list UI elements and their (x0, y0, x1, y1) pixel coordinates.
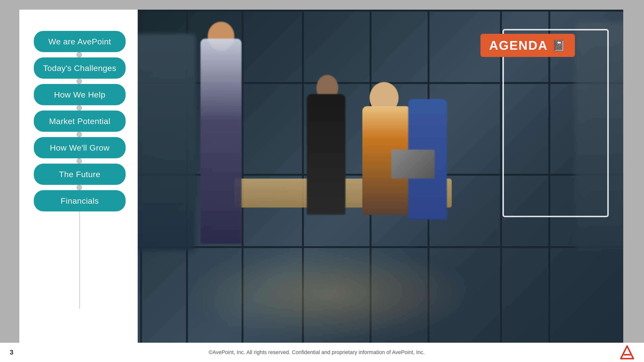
agenda-btn-how-we-help[interactable]: How We Help (34, 84, 126, 105)
agenda-item-how-we-help: How We Help (19, 84, 138, 105)
dot-connector-4 (76, 132, 82, 137)
left-panel: We are AvePoint Today's Challenges How W… (19, 10, 138, 343)
figure-blurry-left (138, 34, 196, 251)
white-rectangle-outline (502, 29, 609, 217)
right-panel: AGENDA 📓 (138, 10, 623, 343)
footer-copyright: ©AvePoint, Inc. All rights reserved. Con… (208, 349, 425, 356)
window-frame-v7 (500, 10, 502, 343)
svg-marker-0 (621, 346, 633, 359)
agenda-item-financials: Financials (19, 190, 138, 211)
window-frame-h1 (138, 10, 623, 11)
agenda-btn-market-potential[interactable]: Market Potential (34, 110, 126, 132)
slide-container: We are AvePoint Today's Challenges How W… (19, 10, 623, 343)
dot-connector-6 (76, 185, 82, 190)
dot-connector-1 (76, 52, 82, 57)
person-1-body (307, 94, 346, 215)
agenda-badge: AGENDA 📓 (480, 34, 575, 57)
device-tablet (391, 150, 435, 179)
avepoint-logo (620, 345, 634, 360)
agenda-item-todays-challenges: Today's Challenges (19, 57, 138, 79)
agenda-btn-we-are-avepoint[interactable]: We are AvePoint (34, 31, 126, 52)
agenda-item-the-future: The Future (19, 164, 138, 185)
dot-connector-3 (76, 105, 82, 110)
agenda-item-how-well-grow: How We'll Grow (19, 137, 138, 158)
agenda-btn-todays-challenges[interactable]: Today's Challenges (34, 57, 126, 79)
agenda-notebook-icon: 📓 (552, 39, 566, 52)
dot-connector-2 (76, 79, 82, 84)
page-number: 3 (10, 349, 14, 356)
agenda-btn-financials[interactable]: Financials (34, 190, 126, 211)
dot-connector-5 (76, 158, 82, 164)
standing-woman-body (200, 39, 242, 244)
agenda-btn-the-future[interactable]: The Future (34, 164, 126, 185)
agenda-item-we-are-avepoint: We are AvePoint (19, 31, 138, 52)
agenda-item-market-potential: Market Potential (19, 110, 138, 132)
seated-group (258, 46, 476, 263)
footer-logo (620, 345, 634, 360)
agenda-title: AGENDA (489, 38, 548, 53)
agenda-btn-how-well-grow[interactable]: How We'll Grow (34, 137, 126, 158)
footer-bar: 3 ©AvePoint, Inc. All rights reserved. C… (0, 343, 644, 362)
